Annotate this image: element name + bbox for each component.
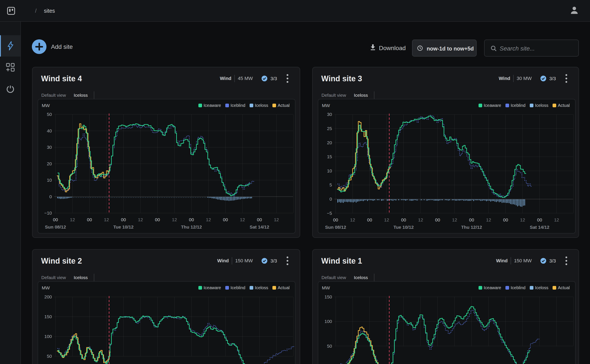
svg-text:150: 150 [44,314,52,319]
svg-text:00: 00 [401,217,406,222]
svg-text:00: 00 [469,217,474,222]
svg-text:Thu 12/12: Thu 12/12 [461,225,482,230]
svg-text:12: 12 [554,217,559,222]
svg-text:Tue 10/12: Tue 10/12 [394,225,414,230]
svg-text:00: 00 [537,217,542,222]
svg-text:00: 00 [121,217,126,222]
svg-text:0: 0 [329,196,332,202]
svg-text:40: 40 [47,128,52,133]
svg-text:12: 12 [452,217,457,222]
svg-text:12: 12 [104,217,109,222]
svg-text:10: 10 [327,168,332,173]
svg-text:00: 00 [435,217,440,222]
svg-text:150: 150 [325,294,332,299]
svg-text:−5: −5 [327,211,332,216]
svg-text:25: 25 [327,126,332,131]
svg-text:12: 12 [274,217,279,222]
svg-text:12: 12 [486,217,491,222]
svg-text:15: 15 [327,154,332,159]
svg-text:0: 0 [49,194,52,199]
svg-text:30: 30 [47,145,52,150]
svg-text:MW: MW [322,285,330,290]
svg-text:Sun 08/12: Sun 08/12 [45,224,66,229]
svg-text:−10: −10 [44,210,52,215]
svg-text:Tue 10/12: Tue 10/12 [113,224,134,229]
svg-text:Thu 12/12: Thu 12/12 [181,224,202,229]
svg-text:00: 00 [87,217,92,222]
svg-text:MW: MW [42,285,50,290]
svg-text:00: 00 [223,217,228,222]
svg-text:50: 50 [47,354,52,359]
svg-text:00: 00 [367,217,372,222]
svg-text:00: 00 [503,217,508,222]
svg-text:50: 50 [327,344,332,349]
svg-text:100: 100 [325,319,332,324]
svg-text:12: 12 [172,217,177,222]
svg-text:12: 12 [418,217,423,222]
svg-text:00: 00 [333,217,338,222]
svg-text:Sat 14/12: Sat 14/12 [250,224,269,229]
svg-text:12: 12 [384,217,389,222]
svg-text:MW: MW [42,103,50,108]
svg-text:12: 12 [520,217,525,222]
svg-text:00: 00 [53,217,58,222]
svg-text:10: 10 [47,178,52,182]
svg-text:20: 20 [327,140,332,145]
svg-text:12: 12 [70,217,75,222]
svg-text:5: 5 [329,182,332,187]
svg-text:12: 12 [240,217,245,222]
svg-text:00: 00 [257,217,262,222]
svg-text:12: 12 [206,217,211,222]
svg-text:Sat 14/12: Sat 14/12 [530,225,549,230]
svg-text:100: 100 [44,334,52,339]
svg-text:12: 12 [138,217,143,222]
svg-text:20: 20 [47,161,52,166]
svg-text:Sun 08/12: Sun 08/12 [325,225,346,230]
svg-text:12: 12 [350,217,355,222]
svg-text:00: 00 [155,217,160,222]
svg-text:200: 200 [44,294,52,299]
svg-text:00: 00 [189,217,194,222]
svg-text:MW: MW [322,103,330,108]
svg-text:50: 50 [47,112,52,117]
svg-text:30: 30 [327,112,332,117]
